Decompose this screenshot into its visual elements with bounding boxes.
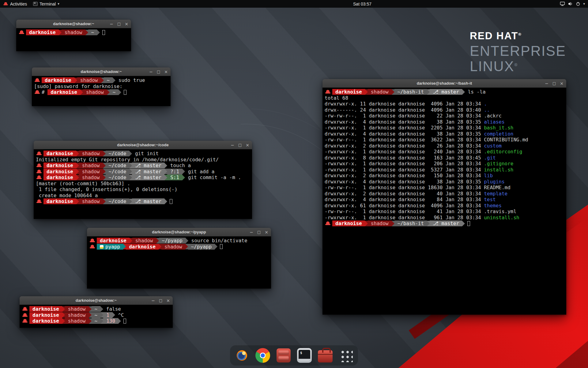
terminal-content[interactable]: darknoiseshadow~/bash-it⎇ master ls -lat… [322, 88, 566, 315]
dock-file-manager-icon[interactable] [276, 348, 291, 363]
red-hat-icon [36, 170, 42, 174]
ls-permissions: -rwxrwxr-x. [325, 167, 357, 173]
system-menu[interactable]: ▾ [557, 0, 588, 8]
terminal-content[interactable]: darknoiseshadow~/pyapp source bin/activa… [87, 236, 271, 289]
dock-app-grid-icon[interactable] [338, 348, 354, 363]
clock[interactable]: Sat 03:57 [353, 2, 371, 6]
ls-permissions: -rw-rw-r--. [325, 185, 357, 191]
minimize-button[interactable]: − [250, 230, 253, 234]
window-titlebar[interactable]: darknoise@shadow:~−□× [16, 20, 131, 28]
terminal-line: darknoiseshadow~ false [22, 306, 171, 312]
ls-links: 1 [357, 125, 366, 131]
ls-date: Jan 28 03:34 [443, 215, 484, 221]
ls-links: 11 [357, 101, 366, 107]
dock-toolbox-icon[interactable] [318, 348, 333, 363]
firefox-icon [235, 348, 249, 363]
ls-links: 1 [357, 113, 366, 119]
prompt-path-segment: ~ [92, 312, 101, 318]
chrome-icon [255, 348, 270, 363]
maximize-button[interactable]: □ [157, 70, 160, 74]
prompt-path-segment: ~/code [106, 151, 130, 156]
dock-terminal-icon[interactable]: $ [297, 348, 312, 363]
ls-owner-group: darknoise darknoise [366, 101, 425, 107]
minimize-button[interactable]: − [151, 298, 155, 303]
prompt-host-segment: shadow [161, 244, 185, 250]
ls-size: 40 [425, 191, 443, 197]
powerline-separator-icon [97, 30, 100, 35]
activities-button[interactable]: Activities [0, 0, 30, 8]
ls-links: 4 [357, 197, 366, 203]
window-title: darknoise@shadow:~/pyapp [152, 230, 206, 234]
prompt-host-segment: shadow [79, 169, 103, 174]
powerline-separator-icon [85, 30, 88, 35]
window-controls: −□× [250, 228, 268, 236]
dock-firefox-icon[interactable] [234, 348, 250, 363]
terminal-cursor [124, 90, 126, 95]
terminal-window-1: darknoise@shadow:~−□×darknoiseshadow~ [16, 20, 131, 51]
powerline-separator-icon [427, 221, 430, 226]
powerline-separator-icon [392, 89, 394, 95]
prompt-host-segment: shadow [65, 306, 89, 312]
window-controls: −□× [545, 79, 564, 87]
close-button[interactable]: × [125, 22, 128, 26]
close-button[interactable]: × [560, 81, 564, 86]
dock-chrome-icon[interactable] [255, 348, 270, 363]
maximize-button[interactable]: □ [117, 22, 121, 26]
terminal-content[interactable]: darknoiseshadow~ [16, 28, 131, 51]
powerline-separator-icon [164, 199, 167, 204]
ls-size: 4096 [425, 101, 443, 107]
ls-size: 18630 [425, 185, 443, 191]
terminal-content[interactable]: darknoiseshadow~ falsedarknoiseshadow~1 … [20, 305, 173, 328]
window-titlebar[interactable]: darknoise@shadow:~−□× [32, 67, 171, 76]
powerline-separator-icon [89, 306, 92, 312]
red-hat-icon [36, 163, 42, 167]
terminal-line: pyappdarknoiseshadow~/pyapp [89, 244, 269, 250]
terminal-cursor [102, 30, 105, 35]
red-hat-icon [325, 90, 330, 94]
ls-permissions: drwxrwxr-x. [325, 191, 357, 197]
window-titlebar[interactable]: darknoise@shadow:~−□× [20, 296, 173, 305]
minimize-button[interactable]: − [231, 143, 234, 147]
terminal-content[interactable]: darknoiseshadow~/code git initInitialize… [34, 149, 252, 219]
ls-owner-group: darknoise darknoise [366, 191, 425, 197]
ls-date: Jan 28 03:34 [443, 191, 484, 197]
powerline-separator-icon [100, 318, 103, 324]
ls-permissions: -rwxrwxr-x. [325, 149, 357, 155]
close-button[interactable]: × [166, 298, 170, 303]
prompt-user-segment: darknoise [29, 318, 62, 324]
maximize-button[interactable]: □ [238, 143, 242, 147]
ls-owner-group: darknoise darknoise [366, 167, 425, 173]
minimize-button[interactable]: − [545, 81, 548, 86]
prompt-user-segment: darknoise [332, 89, 365, 95]
window-titlebar[interactable]: darknoise@shadow:~/bash-it−□× [322, 79, 566, 88]
close-button[interactable]: × [246, 143, 249, 147]
ls-size: 4096 [425, 107, 443, 113]
ls-size: 38 [425, 179, 443, 185]
powerline-separator-icon [100, 306, 103, 312]
window-controls: −□× [110, 20, 128, 28]
window-title: darknoise@shadow:~ [76, 298, 117, 303]
powerline-separator-icon [74, 78, 77, 83]
maximize-button[interactable]: □ [257, 230, 261, 234]
prompt-user-segment: darknoise [43, 151, 76, 156]
file-name: .git [484, 155, 496, 161]
window-titlebar[interactable]: darknoise@shadow:~/pyapp−□× [87, 228, 271, 236]
terminal-line: Initialized empty Git repository in /hom… [36, 157, 250, 163]
terminal-line: -rwxrwxr-x.1 darknoise darknoise961 Jan … [325, 215, 564, 221]
minimize-button[interactable]: − [110, 22, 113, 26]
file-name: uninstall.sh [484, 215, 519, 221]
minimize-button[interactable]: − [149, 70, 153, 74]
close-button[interactable]: × [265, 230, 268, 234]
file-name: .ackrc [484, 113, 502, 119]
file-name: custom [484, 143, 502, 149]
close-button[interactable]: × [164, 70, 168, 74]
maximize-button[interactable]: □ [552, 82, 556, 85]
maximize-button[interactable]: □ [159, 299, 162, 302]
ls-links: 1 [357, 149, 366, 155]
powerline-separator-icon [76, 199, 79, 204]
app-menu-terminal[interactable]: Terminal ▾ [30, 0, 62, 8]
red-hat-icon [19, 30, 24, 34]
window-titlebar[interactable]: darknoise@shadow:~/code−□× [34, 141, 252, 149]
terminal-content[interactable]: darknoiseshadow~ sudo true[sudo] passwor… [32, 76, 171, 106]
powerline-separator-icon [215, 244, 217, 249]
